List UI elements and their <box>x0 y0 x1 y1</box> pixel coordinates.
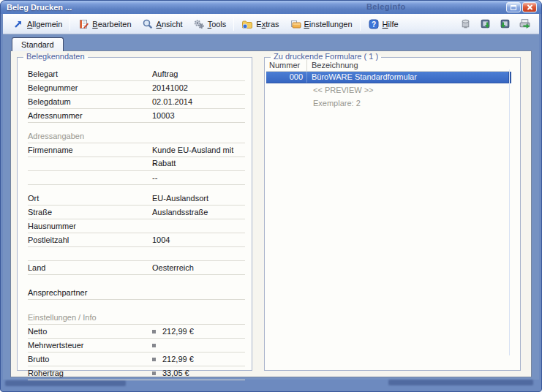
field-label: Straße <box>28 206 152 219</box>
export-down-icon[interactable] <box>479 18 492 30</box>
gears-icon <box>193 18 205 30</box>
row-spacer <box>28 185 245 192</box>
field-value: Auftrag <box>152 67 245 80</box>
menu-item-hilfe[interactable]: ? Hilfe <box>363 17 404 31</box>
row-adressnummer: Adressnummer 10003 <box>28 109 245 123</box>
row-netto: Netto 212,99 € <box>28 325 245 339</box>
help-icon: ? <box>368 18 380 30</box>
watermark-text: Beleginfo <box>366 1 406 13</box>
menu-label: Einstellungen <box>304 20 353 29</box>
folder-icon <box>241 18 253 30</box>
copies-option[interactable]: Exemplare: 2 <box>266 97 519 110</box>
menu-label: Allgemein <box>27 20 62 29</box>
field-label: Ansprechpartner <box>28 286 152 299</box>
column-header-nummer[interactable]: Nummer <box>266 60 307 71</box>
arrow-up-right-icon <box>12 18 24 30</box>
field-label: Adressnummer <box>28 109 152 122</box>
row-land: Land Oesterreich <box>28 261 245 275</box>
row-belegnummer: Belegnummer 20141002 <box>28 81 245 95</box>
column-track-line <box>509 69 510 355</box>
toolbar-separator <box>69 18 70 31</box>
field-label: Mehrwertsteuer <box>28 339 152 352</box>
field-value: -- <box>152 157 245 170</box>
toolbar-separator <box>233 18 234 31</box>
field-value: 1004 <box>152 233 245 246</box>
section-label: Adressangaben <box>28 129 84 143</box>
menu-item-einstellungen[interactable]: Einstellungen <box>285 17 358 31</box>
row-postleitzahl: Postleitzahl 1004 <box>28 233 245 247</box>
field-label: Netto <box>28 325 152 338</box>
preview-option[interactable]: << PREVIEW >> <box>266 83 519 97</box>
menu-item-allgemein[interactable]: Allgemein <box>7 17 67 31</box>
magnifier-icon <box>142 18 154 30</box>
row-brutto: Brutto 212,99 € <box>28 353 245 366</box>
toolbar-separator <box>360 18 361 31</box>
field-value: Oesterreich <box>152 261 245 274</box>
close-button[interactable] <box>522 2 537 12</box>
value-marker-icon <box>152 372 156 375</box>
cell-nummer: 000 <box>266 72 307 83</box>
group-belegkenndaten: Belegkenndaten Belegart Auftrag Belegnum… <box>17 57 252 371</box>
field-value <box>152 339 245 352</box>
import-down-icon[interactable] <box>499 18 511 30</box>
row-firmenname-3: -- <box>28 171 245 185</box>
window-title: Beleg Drucken ... <box>7 1 72 14</box>
menu-label: Ansicht <box>157 20 183 29</box>
field-value: EU-Auslandsort <box>152 192 245 205</box>
menu-label: Extras <box>256 20 279 29</box>
menu-item-extras[interactable]: Extras <box>236 17 284 31</box>
tab-standard[interactable]: Standard <box>12 37 64 51</box>
field-value: -- <box>152 171 245 184</box>
row-blank <box>28 247 245 261</box>
field-label <box>28 247 152 260</box>
value-marker-icon <box>152 344 156 347</box>
menu-label: Tools <box>208 20 227 29</box>
row-mehrwertsteuer: Mehrwertsteuer <box>28 339 245 353</box>
field-value: 212,99 € <box>152 353 245 366</box>
section-einstellungen-info: Einstellungen / Info <box>28 311 245 325</box>
menu-item-bearbeiten[interactable]: Bearbeiten <box>72 17 136 31</box>
field-label: Land <box>28 261 152 274</box>
value-marker-icon <box>152 358 156 361</box>
section-adressangaben: Adressangaben <box>28 129 245 143</box>
svg-text:?: ? <box>372 20 376 29</box>
formulare-list: Nummer Bezeichnung 000 BüroWARE Standard… <box>266 60 519 367</box>
row-firmenname: Firmenname Kunde EU-Ausland mit Rabatt <box>28 143 245 157</box>
field-value <box>152 219 245 233</box>
watermark-artifact <box>5 380 126 386</box>
row-ort: Ort EU-Auslandsort <box>28 192 245 206</box>
field-label: Belegart <box>28 67 152 80</box>
print-redirect-icon[interactable] <box>519 18 531 30</box>
field-label <box>28 157 152 170</box>
field-label: Firmenname <box>28 143 152 157</box>
toolbar: Allgemein Bearbeiten Ansicht <box>3 14 539 34</box>
main-panel: Belegkenndaten Belegart Auftrag Belegnum… <box>10 50 532 377</box>
list-row-selected[interactable]: 000 BüroWARE Standardformular <box>266 72 511 83</box>
section-label: Einstellungen / Info <box>28 311 97 324</box>
edit-note-icon <box>78 18 89 30</box>
field-label: Belegdatum <box>28 95 152 108</box>
row-spacer <box>28 300 245 311</box>
archive-icon[interactable] <box>459 18 472 30</box>
column-header-bezeichnung[interactable]: Bezeichnung <box>307 60 510 71</box>
field-value: Auslandsstraße <box>152 206 245 219</box>
group-formulare: Zu druckende Formulare ( 1 ) Nummer Beze… <box>264 57 521 371</box>
field-value: 02.01.2014 <box>152 95 245 108</box>
field-label: Postleitzahl <box>28 233 152 246</box>
titlebar[interactable]: Beleg Drucken ... Beleginfo <box>1 1 541 14</box>
field-value <box>152 247 245 260</box>
tab-label: Standard <box>21 40 54 49</box>
maximize-button[interactable] <box>506 2 521 12</box>
field-label: Brutto <box>28 353 152 366</box>
field-value: 212,99 € <box>152 325 245 338</box>
row-hausnummer: Hausnummer <box>28 219 245 233</box>
field-label: Ort <box>28 192 152 205</box>
settings-icon <box>290 18 301 30</box>
value-marker-icon <box>152 330 156 333</box>
menu-label: Hilfe <box>383 20 399 29</box>
menu-item-tools[interactable]: Tools <box>188 17 232 31</box>
field-value: 20141002 <box>152 81 245 94</box>
menu-item-ansicht[interactable]: Ansicht <box>137 17 188 31</box>
field-label: Hausnummer <box>28 219 152 233</box>
field-label: Belegnummer <box>28 81 152 94</box>
